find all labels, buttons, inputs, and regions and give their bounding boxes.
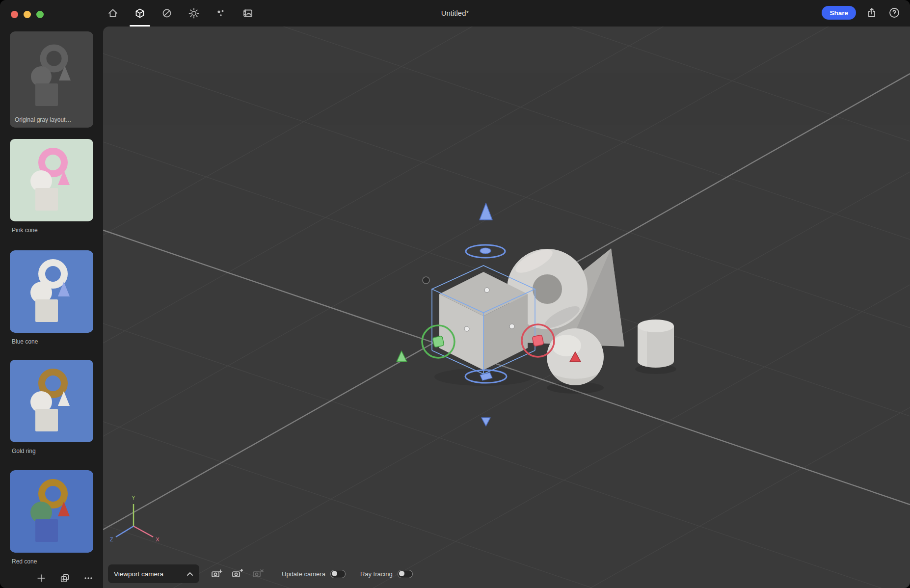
camera-add-button[interactable]	[208, 566, 226, 582]
axis-x-line	[134, 526, 153, 537]
scenes-sidebar: Original gray layout… Pink cone Blue c	[0, 27, 103, 588]
scene-card-label: Gold ring	[12, 448, 91, 454]
scene-thumbnail	[10, 31, 93, 128]
camera-switch-icon	[232, 569, 243, 579]
toggle-knob	[332, 571, 337, 576]
viewport-canvas[interactable]: Y X Z	[103, 27, 910, 588]
share-button[interactable]: Share	[822, 6, 856, 20]
scene-thumbnail	[10, 470, 93, 553]
scene-card-original-gray-layout[interactable]: Original gray layout…	[10, 31, 93, 128]
tab-materials[interactable]	[158, 4, 176, 23]
update-camera-toggle[interactable]	[330, 570, 346, 578]
plus-icon	[36, 573, 46, 583]
tab-effects[interactable]	[212, 4, 230, 23]
tab-lighting[interactable]	[185, 4, 203, 23]
scene-card-gold-ring[interactable]: Gold ring	[10, 360, 93, 454]
help-button[interactable]	[887, 6, 901, 20]
tab-media[interactable]	[239, 4, 257, 23]
update-camera-label: Update camera	[282, 570, 325, 578]
minimize-window-button[interactable]	[24, 11, 31, 18]
axis-y-label: Y	[132, 495, 135, 501]
sidebar-actions	[34, 571, 95, 585]
ray-tracing-group: Ray tracing	[360, 570, 413, 578]
face-handle[interactable]	[509, 324, 514, 329]
particles-icon	[215, 8, 226, 19]
axis-z-line	[116, 526, 134, 537]
gizmo-arrow-up[interactable]	[480, 203, 492, 220]
gizmo-handle-green[interactable]	[432, 336, 444, 347]
gizmo-handle-red[interactable]	[532, 335, 544, 347]
camera-add-icon	[211, 569, 223, 579]
home-icon	[107, 8, 118, 19]
tab-scene[interactable]	[131, 4, 149, 23]
scene-card-label: Pink cone	[12, 227, 91, 234]
scene-card-red-cone[interactable]: Red cone	[10, 470, 93, 565]
face-handle[interactable]	[484, 288, 489, 293]
face-handle[interactable]	[464, 326, 469, 331]
update-camera-group: Update camera	[282, 570, 346, 578]
zoom-window-button[interactable]	[36, 11, 44, 18]
object-cylinder[interactable]	[638, 320, 674, 368]
camera-selector-label: Viewport camera	[114, 570, 163, 578]
sun-icon	[188, 8, 199, 19]
gizmo-arrow-green[interactable]	[397, 351, 407, 362]
scene-thumbnail	[10, 250, 93, 333]
main-toolbar	[104, 4, 257, 23]
more-options-button[interactable]	[81, 571, 95, 585]
ray-tracing-label: Ray tracing	[360, 570, 393, 578]
app-window: Untitled* Share	[0, 0, 910, 588]
camera-switch-button[interactable]	[229, 566, 246, 582]
camera-clear-button[interactable]	[249, 566, 267, 582]
duplicate-icon	[60, 573, 70, 583]
gizmo-arrow-down[interactable]	[482, 418, 490, 426]
camera-clear-icon	[252, 569, 264, 579]
add-scene-button[interactable]	[34, 571, 48, 585]
scene-thumbnail	[10, 139, 93, 221]
duplicate-scene-button[interactable]	[58, 571, 72, 585]
ray-tracing-toggle[interactable]	[398, 570, 413, 578]
viewport-camera-selector[interactable]: Viewport camera	[108, 564, 199, 583]
traffic-lights	[11, 11, 44, 18]
tab-home[interactable]	[104, 4, 122, 23]
scene-card-blue-cone[interactable]: Blue cone	[10, 250, 93, 345]
titlebar-right: Share	[822, 6, 901, 20]
scene-card-label: Blue cone	[12, 338, 91, 345]
chevron-up-icon	[187, 572, 193, 576]
titlebar: Untitled* Share	[0, 0, 910, 27]
scene-card-label: Red cone	[12, 558, 91, 565]
document-title: Untitled*	[441, 9, 469, 17]
close-window-button[interactable]	[11, 11, 18, 18]
axis-z-label: Z	[110, 536, 113, 542]
export-icon	[866, 7, 877, 18]
pivot-dot[interactable]	[423, 277, 429, 284]
scene-card-label: Original gray layout…	[15, 116, 88, 123]
export-button[interactable]	[865, 6, 879, 20]
gizmo-ring-top-handle[interactable]	[480, 248, 491, 254]
object-sphere[interactable]	[547, 328, 604, 385]
material-sphere-icon	[161, 8, 172, 19]
camera-action-buttons	[208, 566, 267, 582]
viewport-bottom-bar: Viewport camera	[108, 564, 413, 583]
scene-card-pink-cone[interactable]: Pink cone	[10, 139, 93, 234]
viewport-3d[interactable]: Y X Z Viewport camera	[103, 27, 910, 588]
axis-x-label: X	[156, 536, 160, 542]
toggle-knob	[399, 571, 404, 576]
cube-icon	[134, 8, 145, 19]
media-icon	[242, 8, 253, 19]
ellipsis-icon	[83, 573, 93, 583]
scene-thumbnail	[10, 360, 93, 442]
help-icon	[888, 7, 900, 19]
